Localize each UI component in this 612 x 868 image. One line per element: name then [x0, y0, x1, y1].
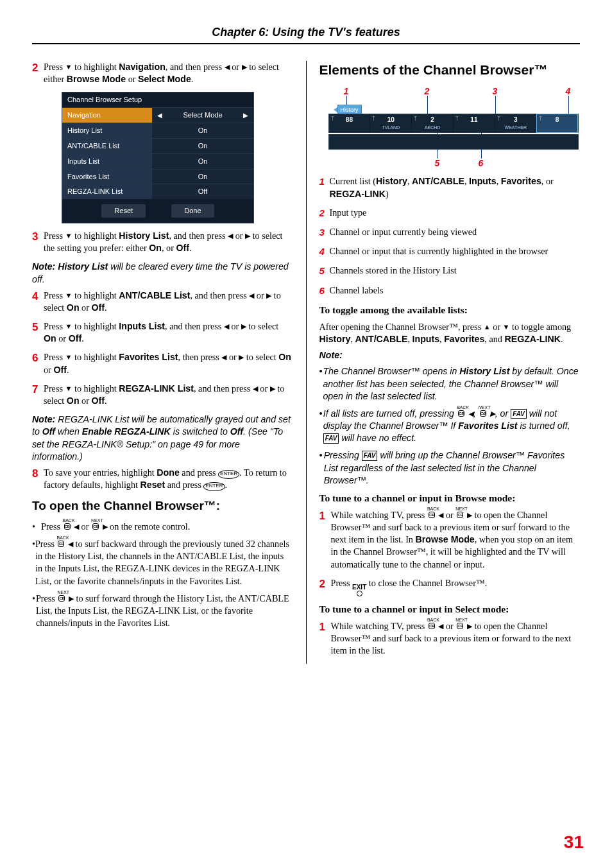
next-cb-icon: NEXTCB — [455, 621, 464, 630]
page-number: 31 — [564, 832, 584, 853]
channel-browser-diagram: 1 2 3 4 5 6 History ᛉ88 ᛉ10TVLAND ᛉ2ABCH… — [328, 85, 579, 169]
next-cb-icon: NEXTCB — [91, 522, 100, 531]
channel-strip: ᛉ88 ᛉ10TVLAND ᛉ2ABCHD ᛉ11 ᛉ3WEATHER ᛉ8 — [328, 114, 579, 133]
text: to highlight — [72, 62, 119, 72]
right-triangle-icon: ▶ — [490, 410, 495, 417]
text: or — [233, 230, 245, 241]
left-triangle-icon: ◀ — [253, 385, 258, 392]
back-cb-icon: BACKCB — [63, 522, 72, 531]
text: , — [473, 408, 479, 419]
down-triangle-icon: ▼ — [65, 354, 72, 361]
step-number-6: 6 — [32, 351, 44, 376]
bullet-text: Press BACKCB ◀ to surf backward through … — [35, 538, 293, 587]
text: , — [464, 176, 469, 186]
right-column: Elements of the Channel Browser™ 1 2 3 4… — [319, 61, 581, 664]
open-channel-browser-heading: To open the Channel Browser™: — [32, 498, 293, 514]
element-6: 6Channel labels — [319, 284, 581, 297]
text: when — [55, 426, 82, 437]
history-list-bold: History List — [58, 261, 108, 272]
left-triangle-icon: ◀ — [74, 523, 79, 530]
down-triangle-icon: ▼ — [65, 323, 72, 330]
on-label: On — [67, 395, 80, 406]
text: Press — [44, 383, 65, 394]
step-6: 6 Press ▼ to highlight Favorites List, t… — [32, 351, 293, 376]
down-triangle-icon: ▼ — [65, 385, 72, 392]
text: or — [254, 290, 266, 300]
text: , and then press — [166, 62, 225, 72]
next-cb-icon: NEXTCB — [57, 594, 66, 603]
text: Press — [35, 539, 57, 549]
row-value: ◀ Select Mode ▶ — [152, 108, 253, 123]
note-1: Note: History List will be cleared every… — [32, 261, 293, 285]
on-label: On — [67, 302, 80, 313]
antcable-label: ANT/CABLE — [355, 334, 407, 344]
text: is turned off, — [518, 421, 570, 431]
browse-step-2: 2 Press EXIT to close the Channel Browse… — [319, 577, 581, 597]
step-4: 4 Press ▼ to highlight ANT/CABLE List, a… — [32, 290, 293, 314]
text: to highlight — [72, 230, 119, 241]
channel-sub: WEATHER — [495, 125, 536, 130]
step-number-3: 3 — [32, 230, 44, 254]
right-triangle-icon: ▶ — [270, 385, 275, 392]
inputs-label: Inputs — [469, 176, 497, 186]
favorites-list-bold: Favorites List — [458, 421, 517, 431]
text: or — [80, 395, 92, 406]
step-2: 2 Press ▼ to highlight Navigation, and t… — [32, 61, 293, 85]
element-number: 4 — [319, 245, 330, 258]
value-text: Select Mode — [183, 110, 222, 120]
off-bold: Off — [230, 426, 243, 437]
panel-row-favorites: Favorites ListOn — [62, 169, 253, 184]
off-label: Off — [69, 333, 82, 343]
text: . — [189, 243, 192, 253]
text: . — [67, 365, 69, 375]
row-value: On — [152, 123, 253, 138]
fav-icon: FAV — [511, 409, 527, 419]
step-number-4: 4 — [32, 290, 44, 314]
channel-num: 88 — [329, 116, 370, 125]
left-column: 2 Press ▼ to highlight Navigation, and t… — [32, 61, 293, 664]
channel-sub: ABCHD — [412, 125, 453, 130]
off-label: Off — [91, 302, 105, 313]
panel-footer: Reset Done — [62, 199, 253, 223]
inputs-label: Inputs — [412, 334, 440, 344]
off-bold: Off — [42, 426, 55, 437]
panel-row-antcable: ANT/CABLE ListOn — [62, 138, 253, 153]
exit-icon: EXIT — [352, 583, 366, 597]
step-number-1: 1 — [319, 620, 331, 657]
right-triangle-icon: ▶ — [242, 64, 247, 71]
text: to toggle among — [509, 322, 571, 332]
text: , and then press — [169, 230, 228, 241]
row-value: On — [152, 154, 253, 169]
text: Press — [331, 578, 353, 588]
note-bullet-2: • If all lists are turned off, pressing … — [319, 408, 581, 445]
antenna-icon: ᛉ — [497, 116, 500, 123]
text: , or — [495, 408, 511, 419]
text: Press — [41, 521, 63, 532]
back-cb-icon: BACKCB — [56, 539, 65, 548]
on-label: On — [44, 333, 56, 343]
text: . — [105, 302, 107, 313]
text: will have no effect. — [339, 433, 416, 443]
text: or — [80, 302, 92, 313]
panel-row-history: History ListOn — [62, 123, 253, 138]
history-label: History — [319, 334, 351, 344]
down-triangle-icon: ▼ — [65, 64, 72, 71]
text: is switched to — [171, 426, 230, 437]
left-triangle-icon: ◀ — [68, 541, 73, 548]
strip-box: ᛉ88 — [329, 114, 371, 132]
reset-button: Reset — [101, 204, 146, 218]
text: The Channel Browser™ opens in — [323, 366, 459, 376]
left-triangle-icon: ◀ — [224, 323, 229, 330]
channel-num: 2 — [412, 116, 453, 125]
note-bullet-1: • The Channel Browser™ opens in History … — [319, 365, 581, 403]
off-label: Off — [176, 243, 189, 253]
text: Channel labels — [330, 284, 581, 297]
regzalink-list-label: REGZA-LINK List — [119, 383, 194, 394]
favorites-label: Favorites — [501, 176, 541, 186]
diagram-leader-line — [495, 96, 496, 115]
text: or — [443, 621, 455, 631]
text: or — [44, 365, 53, 375]
strip-box: ᛉ10TVLAND — [370, 114, 412, 132]
right-triangle-icon: ▶ — [467, 623, 472, 630]
note-label: Note: — [32, 414, 58, 424]
